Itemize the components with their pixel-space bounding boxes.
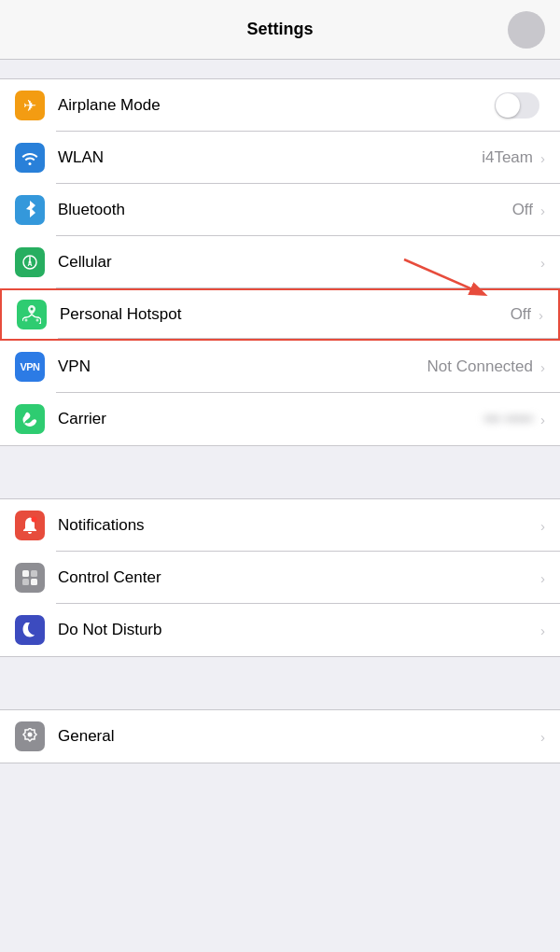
vpn-label: VPN bbox=[58, 357, 427, 376]
row-vpn[interactable]: VPN VPN Not Connected › bbox=[0, 341, 560, 393]
connectivity-section: ✈ Airplane Mode WLAN i4Team › Bluetooth … bbox=[0, 78, 560, 446]
cellular-icon: A bbox=[15, 247, 45, 277]
row-general[interactable]: General › bbox=[0, 710, 560, 763]
wlan-label: WLAN bbox=[58, 148, 482, 167]
wlan-chevron: › bbox=[540, 150, 545, 166]
bluetooth-label: Bluetooth bbox=[58, 201, 512, 219]
toggle-knob bbox=[496, 93, 520, 118]
row-carrier[interactable]: Carrier ••• ••••• › bbox=[0, 393, 560, 445]
do-not-disturb-icon bbox=[15, 615, 45, 645]
control-center-icon bbox=[15, 563, 45, 593]
wlan-value: i4Team bbox=[482, 148, 533, 167]
carrier-label: Carrier bbox=[58, 410, 484, 428]
section-gap-2 bbox=[0, 657, 560, 691]
svg-rect-12 bbox=[31, 579, 37, 585]
header: Settings bbox=[0, 0, 560, 60]
control-center-label: Control Center bbox=[58, 568, 539, 587]
avatar bbox=[508, 11, 545, 49]
control-center-chevron: › bbox=[540, 570, 545, 586]
vpn-icon: VPN bbox=[15, 352, 45, 382]
row-bluetooth[interactable]: Bluetooth Off › bbox=[0, 184, 560, 236]
cellular-chevron: › bbox=[540, 255, 545, 271]
row-airplane-mode[interactable]: ✈ Airplane Mode bbox=[0, 79, 560, 132]
general-chevron: › bbox=[540, 729, 545, 745]
carrier-chevron: › bbox=[540, 412, 545, 427]
svg-point-5 bbox=[25, 319, 28, 322]
svg-point-8 bbox=[32, 517, 37, 523]
carrier-value: ••• ••••• bbox=[484, 410, 533, 428]
row-personal-hotspot[interactable]: Personal Hotspot Off › bbox=[0, 288, 560, 341]
svg-rect-9 bbox=[22, 570, 29, 577]
hotspot-chevron: › bbox=[539, 307, 543, 323]
general-icon bbox=[15, 721, 45, 751]
vpn-chevron: › bbox=[540, 359, 545, 375]
general-label: General bbox=[58, 727, 539, 746]
airplane-icon: ✈ bbox=[15, 91, 45, 120]
svg-point-4 bbox=[36, 319, 39, 322]
bluetooth-value: Off bbox=[512, 201, 533, 219]
row-wlan[interactable]: WLAN i4Team › bbox=[0, 132, 560, 184]
do-not-disturb-chevron: › bbox=[540, 623, 545, 638]
hotspot-icon bbox=[17, 300, 47, 329]
svg-rect-11 bbox=[22, 579, 29, 585]
row-do-not-disturb[interactable]: Do Not Disturb › bbox=[0, 604, 560, 656]
general-section: General › bbox=[0, 709, 560, 763]
svg-point-13 bbox=[28, 733, 33, 737]
row-notifications[interactable]: Notifications › bbox=[0, 499, 560, 552]
bluetooth-icon bbox=[15, 195, 45, 225]
section-gap-1 bbox=[0, 446, 560, 480]
notifications-label: Notifications bbox=[58, 516, 539, 535]
notifications-icon bbox=[15, 511, 45, 540]
svg-text:A: A bbox=[27, 260, 32, 267]
row-cellular[interactable]: A Cellular › bbox=[0, 236, 560, 288]
row-control-center[interactable]: Control Center › bbox=[0, 552, 560, 604]
system-section: Notifications › Control Center › Do Not … bbox=[0, 498, 560, 657]
page-title: Settings bbox=[246, 20, 313, 39]
airplane-label: Airplane Mode bbox=[58, 96, 495, 115]
bluetooth-chevron: › bbox=[540, 203, 545, 218]
notifications-chevron: › bbox=[540, 518, 545, 534]
vpn-value: Not Connected bbox=[427, 357, 533, 376]
svg-point-3 bbox=[31, 308, 34, 311]
do-not-disturb-label: Do Not Disturb bbox=[58, 621, 539, 639]
svg-rect-10 bbox=[31, 570, 37, 577]
hotspot-label: Personal Hotspot bbox=[60, 305, 511, 324]
airplane-toggle[interactable] bbox=[495, 92, 539, 119]
wifi-icon bbox=[15, 143, 45, 173]
hotspot-value: Off bbox=[511, 305, 531, 324]
carrier-icon bbox=[15, 404, 45, 434]
cellular-label: Cellular bbox=[58, 253, 539, 272]
